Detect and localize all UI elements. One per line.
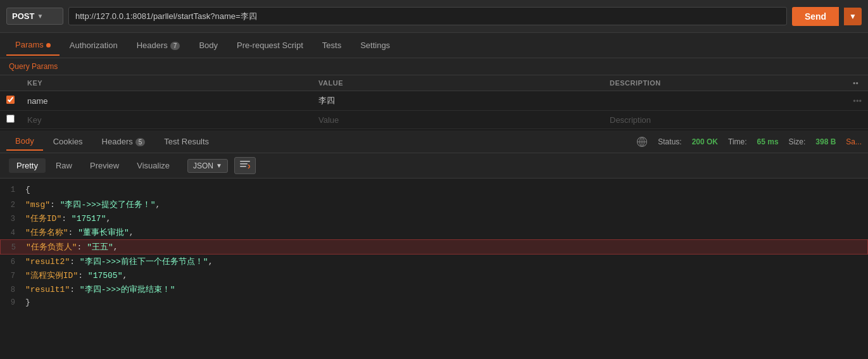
size-label: Size: <box>789 137 806 146</box>
svg-rect-5 <box>240 163 248 165</box>
response-status-area: Status: 200 OK Time: 65 ms Size: 398 B S… <box>636 136 862 148</box>
response-tabs: Body Cookies Headers5 Test Results Statu… <box>0 129 868 153</box>
url-bar: POST ▼ Send ▼ <box>0 0 868 33</box>
params-table: KEY VALUE DESCRIPTION •• name 李四 ••• Key… <box>0 75 868 129</box>
row2-description[interactable]: Description <box>603 111 846 129</box>
json-line-6: 6 "result2": "李四->>>前往下一个任务节点！", <box>0 255 868 268</box>
request-tabs: Params Authorization Headers7 Body Pre-r… <box>0 33 868 58</box>
tab-body[interactable]: Body <box>190 35 227 55</box>
col-checkbox <box>0 75 21 91</box>
table-row: name 李四 ••• <box>0 91 868 111</box>
query-params-label: Query Params <box>0 58 868 75</box>
inner-tab-raw[interactable]: Raw <box>48 158 80 173</box>
row1-more: ••• <box>846 91 868 111</box>
params-dot <box>46 43 51 47</box>
line-number-1: 1 <box>0 186 25 194</box>
tab-settings[interactable]: Settings <box>351 35 399 55</box>
tab-authorization[interactable]: Authorization <box>61 35 127 55</box>
globe-icon <box>636 136 648 148</box>
line-content-4: "任务名称": "董事长审批", <box>25 227 868 238</box>
method-value: POST <box>12 11 34 21</box>
row1-checkbox[interactable] <box>6 96 15 104</box>
row2-checkbox[interactable] <box>6 115 15 123</box>
method-selector[interactable]: POST ▼ <box>6 8 63 25</box>
tab-headers[interactable]: Headers7 <box>128 35 189 55</box>
tab-tests[interactable]: Tests <box>313 35 350 55</box>
line-content-3: "任务ID": "17517", <box>25 213 868 224</box>
col-description: DESCRIPTION <box>603 75 846 91</box>
row2-value[interactable]: Value <box>312 111 603 129</box>
svg-rect-4 <box>240 161 250 162</box>
wrap-icon <box>240 160 250 169</box>
row1-key[interactable]: name <box>21 91 312 111</box>
line-content-1: { <box>25 185 868 194</box>
inner-tab-preview[interactable]: Preview <box>82 158 127 173</box>
status-label: Status: <box>658 137 681 146</box>
response-tab-testresults[interactable]: Test Results <box>155 133 218 150</box>
row2-more <box>846 111 868 129</box>
row1-checkbox-cell[interactable] <box>0 91 21 111</box>
line-number-8: 8 <box>0 286 25 294</box>
line-content-2: "msg": "李四->>>提交了任务！", <box>25 199 868 210</box>
line-number-9: 9 <box>0 298 25 307</box>
json-line-7: 7 "流程实例ID": "17505", <box>0 268 868 282</box>
row1-value[interactable]: 李四 <box>312 91 603 111</box>
response-tab-body[interactable]: Body <box>6 132 43 151</box>
row2-checkbox-cell[interactable] <box>0 111 21 129</box>
json-body-area: 1{2 "msg": "李四->>>提交了任务！",3 "任务ID": "175… <box>0 179 868 315</box>
wrap-button[interactable] <box>234 157 256 174</box>
line-content-9: } <box>25 298 868 307</box>
line-content-5: "任务负责人": "王五", <box>26 241 867 253</box>
inner-tab-visualize[interactable]: Visualize <box>129 158 177 173</box>
time-value: 65 ms <box>757 137 779 146</box>
response-tab-cookies[interactable]: Cookies <box>44 133 92 150</box>
line-number-3: 3 <box>0 215 25 224</box>
json-line-3: 3 "任务ID": "17517", <box>0 211 868 225</box>
response-inner-tabs: Pretty Raw Preview Visualize JSON ▼ <box>0 153 868 179</box>
line-number-2: 2 <box>0 201 25 210</box>
json-line-9: 9} <box>0 296 868 310</box>
line-number-4: 4 <box>0 229 25 237</box>
tab-params[interactable]: Params <box>6 35 60 56</box>
json-line-1: 1{ <box>0 184 868 198</box>
json-format-selector[interactable]: JSON ▼ <box>187 159 228 173</box>
inner-tab-pretty[interactable]: Pretty <box>9 158 46 173</box>
json-line-5: 5 "任务负责人": "王五", <box>0 239 868 255</box>
tab-prerequest[interactable]: Pre-request Script <box>228 35 312 55</box>
json-line-8: 8 "result1": "李四->>>的审批结束！" <box>0 282 868 296</box>
json-line-4: 4 "任务名称": "董事长审批", <box>0 225 868 239</box>
col-value: VALUE <box>312 75 603 91</box>
line-number-5: 5 <box>1 243 26 252</box>
table-row-empty: Key Value Description <box>0 111 868 129</box>
line-content-6: "result2": "李四->>>前往下一个任务节点！", <box>25 256 868 267</box>
line-content-7: "流程实例ID": "17505", <box>25 270 868 281</box>
line-number-6: 6 <box>0 258 25 267</box>
time-label: Time: <box>728 137 747 146</box>
size-value: 398 B <box>815 137 836 146</box>
save-response-link[interactable]: Sa... <box>846 137 862 146</box>
response-tab-headers[interactable]: Headers5 <box>93 133 154 150</box>
status-value: 200 OK <box>692 137 718 146</box>
send-button[interactable]: Send <box>792 7 839 26</box>
line-number-7: 7 <box>0 272 25 280</box>
col-more: •• <box>846 75 868 91</box>
line-content-8: "result1": "李四->>>的审批结束！" <box>25 284 868 295</box>
row1-description[interactable] <box>603 91 846 111</box>
col-key: KEY <box>21 75 312 91</box>
url-input[interactable] <box>68 7 787 25</box>
send-dropdown-button[interactable]: ▼ <box>844 8 862 25</box>
svg-rect-6 <box>240 166 246 167</box>
row2-key[interactable]: Key <box>21 111 312 129</box>
json-line-2: 2 "msg": "李四->>>提交了任务！", <box>0 198 868 211</box>
